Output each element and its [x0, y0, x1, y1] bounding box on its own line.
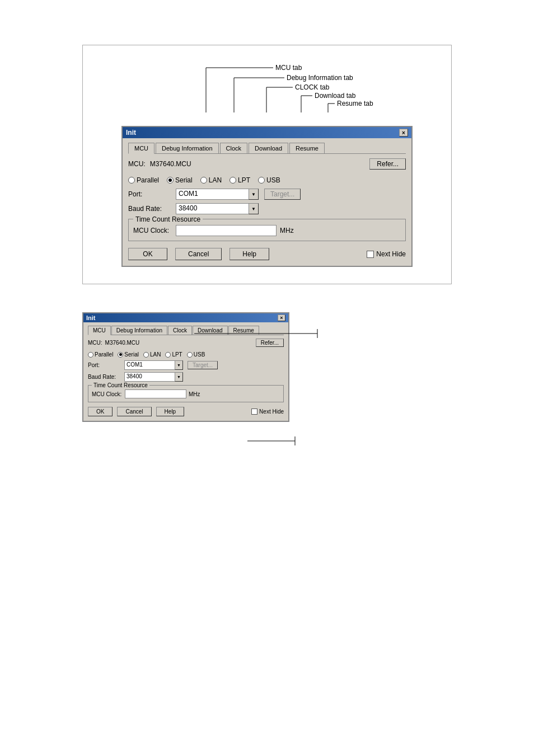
small-port-row: Port: COM1 ▼ Target... [88, 360, 284, 370]
small-radio-serial[interactable]: Serial [118, 351, 139, 358]
small-tab-debug-info[interactable]: Debug Information [111, 326, 167, 335]
baud-select-arrow[interactable]: ▼ [249, 203, 259, 214]
bottom-btn-row: OK Cancel Help Next Hide [128, 248, 406, 260]
small-clock-row: MCU Clock: MHz [92, 389, 280, 398]
small-tab-bar: MCU Debug Information Clock Download Res… [88, 326, 284, 335]
small-radio-parallel[interactable]: Parallel [88, 351, 113, 358]
tab-resume[interactable]: Resume [289, 143, 325, 153]
small-radio-circle-lpt[interactable] [165, 352, 171, 358]
baud-label: Baud Rate: [128, 205, 176, 213]
small-group-legend: Time Count Resource [92, 382, 149, 388]
radio-circle-serial[interactable] [167, 177, 174, 184]
port-row: Port: COM1 ▼ Target... [128, 189, 406, 200]
next-hide-checkbox-item: Next Hide [367, 250, 406, 258]
small-mhz-label: MHz [189, 391, 200, 397]
radio-usb[interactable]: USB [258, 176, 280, 184]
mcu-clock-input[interactable] [176, 225, 277, 236]
small-radio-circle-usb[interactable] [187, 352, 193, 358]
small-refer-button[interactable]: Refer... [256, 339, 284, 347]
radio-lan[interactable]: LAN [200, 176, 222, 184]
small-port-select[interactable]: COM1 [124, 360, 175, 370]
radio-circle-parallel[interactable] [128, 177, 135, 184]
radio-parallel[interactable]: Parallel [128, 176, 159, 184]
small-radio-lan[interactable]: LAN [143, 351, 161, 358]
small-radio-circle-serial[interactable] [118, 352, 123, 358]
next-hide-checkbox[interactable] [367, 251, 374, 258]
diagram-container: MCU tab Debug Information tab CLOCK tab … [82, 45, 452, 284]
small-next-hide-item: Next Hide [251, 408, 284, 415]
small-clock-label: MCU Clock: [92, 391, 123, 397]
tab-download[interactable]: Download [249, 143, 288, 153]
port-select[interactable]: COM1 [176, 189, 249, 200]
port-input-group: COM1 ▼ Target... [176, 189, 406, 200]
port-select-arrow[interactable]: ▼ [249, 189, 259, 200]
small-clock-input[interactable] [125, 389, 186, 398]
small-baud-select-arrow[interactable]: ▼ [175, 372, 183, 382]
mcu-row: MCU: M37640.MCU Refer... [128, 158, 406, 170]
small-tab-resume[interactable]: Resume [228, 326, 259, 335]
refer-button[interactable]: Refer... [369, 158, 406, 170]
main-dialog: Init × MCU Debug Information Clock Downl… [121, 126, 413, 267]
svg-text:Download tab: Download tab [315, 92, 356, 100]
radio-circle-lan[interactable] [200, 177, 207, 184]
small-help-button[interactable]: Help [156, 407, 185, 416]
annotations-area: MCU tab Debug Information tab CLOCK tab … [100, 57, 434, 124]
tab-mcu[interactable]: MCU [128, 143, 154, 154]
cancel-button[interactable]: Cancel [175, 248, 222, 260]
svg-text:CLOCK tab: CLOCK tab [295, 83, 330, 91]
tab-clock[interactable]: Clock [220, 143, 248, 153]
svg-text:Debug Information  tab: Debug Information tab [287, 74, 353, 82]
small-dialog: Init × MCU Debug Information Clock Downl… [82, 312, 289, 422]
svg-text:Resume tab: Resume tab [337, 100, 373, 107]
baud-input-group: 38400 ▼ [176, 203, 406, 214]
help-button[interactable]: Help [229, 248, 269, 260]
small-radio-lpt[interactable]: LPT [165, 351, 182, 358]
small-dialog-title: Init [86, 314, 96, 321]
dialog-content: MCU Debug Information Clock Download Res… [123, 138, 411, 266]
group-box-legend: Time Count Resource [133, 215, 203, 223]
small-mcu-row: MCU: M37640.MCU Refer... [88, 339, 284, 347]
small-mcu-label: MCU: [88, 340, 102, 346]
dialog-titlebar: Init × [123, 127, 411, 138]
small-radio-usb[interactable]: USB [187, 351, 205, 358]
small-baud-row: Baud Rate: 38400 ▼ [88, 372, 284, 382]
small-radio-circle-lan[interactable] [143, 352, 149, 358]
small-tab-clock[interactable]: Clock [168, 326, 192, 335]
small-dialog-close-button[interactable]: × [278, 314, 285, 321]
target-button[interactable]: Target... [264, 189, 301, 200]
small-ok-button[interactable]: OK [88, 407, 113, 416]
radio-circle-usb[interactable] [258, 177, 265, 184]
mcu-field-value: M37640.MCU [150, 160, 370, 168]
radio-lpt[interactable]: LPT [229, 176, 250, 184]
ok-button[interactable]: OK [128, 248, 167, 260]
dialog-title: Init [126, 129, 136, 137]
small-radio-circle-parallel[interactable] [88, 352, 93, 358]
second-section: Init × MCU Debug Information Clock Downl… [82, 312, 452, 422]
radio-row: Parallel Serial LAN LPT USB [128, 176, 406, 184]
small-baud-select[interactable]: 38400 [124, 372, 175, 382]
dialog-close-button[interactable]: × [399, 129, 408, 137]
tab-bar: MCU Debug Information Clock Download Res… [128, 143, 406, 154]
small-next-hide-label: Next Hide [259, 408, 284, 415]
radio-circle-lpt[interactable] [229, 177, 236, 184]
small-tab-download[interactable]: Download [193, 326, 227, 335]
small-next-hide-checkbox[interactable] [251, 408, 257, 415]
small-time-count-group: Time Count Resource MCU Clock: MHz [88, 385, 284, 402]
small-target-button[interactable]: Target... [188, 361, 218, 369]
next-hide-label: Next Hide [376, 250, 406, 258]
small-dialog-titlebar: Init × [83, 313, 288, 322]
small-port-select-arrow[interactable]: ▼ [175, 360, 183, 370]
small-radio-row: Parallel Serial LAN LPT [88, 351, 284, 358]
svg-text:MCU tab: MCU tab [275, 64, 302, 72]
port-label: Port: [128, 190, 176, 198]
small-cancel-button[interactable]: Cancel [117, 407, 151, 416]
small-baud-label: Baud Rate: [88, 374, 124, 380]
baud-row: Baud Rate: 38400 ▼ [128, 203, 406, 214]
baud-select[interactable]: 38400 [176, 203, 249, 214]
radio-serial[interactable]: Serial [167, 176, 193, 184]
small-tab-mcu[interactable]: MCU [88, 326, 111, 335]
small-dialog-wrapper: Init × MCU Debug Information Clock Downl… [82, 312, 289, 422]
tab-debug-info[interactable]: Debug Information [156, 143, 219, 153]
mhz-label: MHz [280, 227, 294, 234]
annotation-svg: MCU tab Debug Information tab CLOCK tab … [100, 57, 434, 124]
